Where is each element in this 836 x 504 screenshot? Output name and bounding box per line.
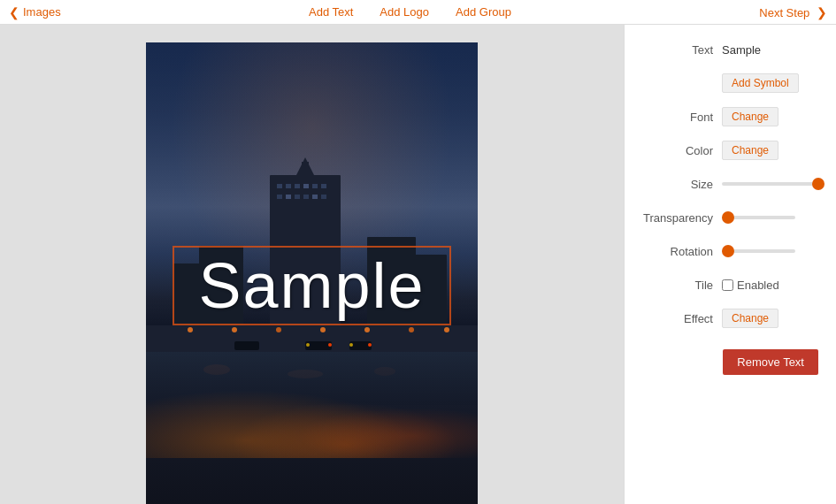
image-area: Sample	[0, 25, 624, 504]
size-slider-thumb[interactable]	[812, 178, 824, 190]
main-content: Sample Text Sample Add Symbol Font Chang…	[0, 25, 836, 504]
tile-row: Tile Enabled	[642, 273, 818, 296]
tile-checkbox-container: Enabled	[722, 279, 779, 292]
svg-rect-9	[277, 195, 282, 199]
transparency-slider-thumb[interactable]	[722, 211, 734, 224]
svg-point-26	[444, 327, 449, 332]
text-row: Text Sample	[642, 38, 818, 61]
text-field-label: Text	[642, 43, 713, 57]
svg-point-24	[364, 327, 370, 332]
transparency-label: Transparency	[642, 211, 713, 225]
back-nav[interactable]: ❮ Images	[9, 5, 61, 19]
remove-row: Remove Text	[642, 345, 818, 375]
svg-rect-8	[321, 184, 326, 188]
image-container: Sample	[146, 42, 478, 504]
next-arrow-icon: ❯	[817, 5, 827, 19]
effect-change-button[interactable]: Change	[722, 309, 778, 328]
transparency-slider-container[interactable]	[722, 216, 818, 219]
nav-center: Add Text Add Logo Add Group	[309, 5, 511, 19]
rotation-row: Rotation	[642, 240, 818, 263]
effect-label: Effect	[642, 312, 713, 325]
rotation-slider-track[interactable]	[722, 249, 795, 253]
svg-rect-5	[295, 184, 300, 188]
top-nav: ❮ Images Add Text Add Logo Add Group Nex…	[0, 0, 836, 25]
svg-rect-33	[234, 341, 259, 350]
svg-rect-4	[286, 184, 291, 188]
color-change-button[interactable]: Change	[722, 141, 778, 160]
add-symbol-button[interactable]: Add Symbol	[722, 73, 799, 93]
rotation-slider-container[interactable]	[722, 249, 818, 253]
text-overlay-box[interactable]: Sample	[173, 246, 451, 325]
remove-text-button[interactable]: Remove Text	[723, 349, 818, 375]
svg-point-21	[232, 327, 237, 332]
effect-row: Effect Change	[642, 307, 818, 330]
rotation-label: Rotation	[642, 245, 713, 258]
font-change-button[interactable]: Change	[722, 107, 778, 126]
svg-rect-13	[312, 195, 318, 199]
font-row: Font Change	[642, 105, 818, 128]
transparency-slider-track[interactable]	[722, 216, 795, 219]
sample-text-overlay: Sample	[198, 249, 425, 322]
size-slider-track[interactable]	[722, 182, 818, 186]
svg-point-25	[409, 327, 414, 332]
svg-marker-2	[296, 157, 314, 175]
svg-point-37	[349, 343, 353, 347]
add-text-link[interactable]: Add Text	[309, 5, 353, 19]
svg-point-36	[368, 343, 372, 347]
svg-rect-7	[312, 184, 318, 188]
tile-checkbox[interactable]	[722, 279, 733, 291]
svg-rect-10	[286, 195, 291, 199]
color-label: Color	[642, 144, 713, 157]
size-row: Size	[642, 172, 818, 195]
tile-checkbox-label: Enabled	[737, 279, 779, 292]
svg-rect-14	[321, 195, 326, 199]
svg-rect-32	[349, 341, 372, 350]
svg-rect-11	[295, 195, 300, 199]
add-group-link[interactable]: Add Group	[456, 5, 511, 19]
next-step-nav[interactable]: Next Step ❯	[759, 5, 827, 19]
size-slider-container[interactable]	[722, 182, 818, 186]
svg-rect-6	[303, 184, 309, 188]
back-arrow-icon: ❮	[9, 5, 19, 19]
svg-point-34	[328, 343, 332, 347]
tile-label: Tile	[642, 279, 713, 292]
text-field-value: Sample	[722, 43, 761, 57]
transparency-row: Transparency	[642, 206, 818, 229]
right-panel: Text Sample Add Symbol Font Change Color…	[624, 25, 836, 504]
rotation-slider-thumb[interactable]	[722, 245, 734, 257]
add-symbol-row: Add Symbol	[642, 72, 818, 95]
add-logo-link[interactable]: Add Logo	[380, 5, 429, 19]
svg-point-22	[276, 327, 281, 332]
font-label: Font	[642, 111, 713, 124]
color-row: Color Change	[642, 139, 818, 162]
next-step-label: Next Step	[759, 6, 809, 19]
svg-rect-3	[277, 184, 282, 188]
svg-point-35	[306, 343, 310, 347]
svg-rect-12	[303, 195, 309, 199]
svg-point-20	[188, 327, 193, 332]
svg-point-23	[320, 327, 326, 332]
lights-overlay	[146, 370, 478, 458]
back-label: Images	[23, 5, 61, 19]
size-label: Size	[642, 178, 713, 191]
